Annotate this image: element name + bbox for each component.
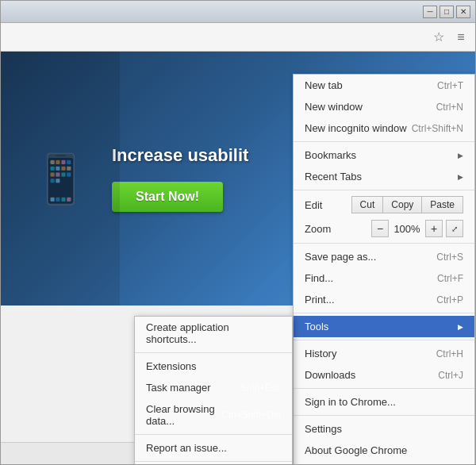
menu-separator-7 <box>294 415 474 416</box>
maximize-button[interactable]: □ <box>440 6 454 18</box>
menu-item-save-page-label: Save page as... <box>305 251 376 263</box>
submenu-item-task-manager-shortcut: Shift+Esc <box>240 382 281 394</box>
submenu-item-task-manager-label: Task manager <box>146 382 211 394</box>
menu-item-downloads-label: Downloads <box>305 369 355 381</box>
title-bar-buttons: ─ □ ✕ <box>423 6 470 18</box>
menu-item-new-tab-label: New tab <box>305 79 343 91</box>
paste-button[interactable]: Paste <box>421 196 463 213</box>
submenu-item-clear-browsing-label: Clear browsing data... <box>146 403 221 427</box>
menu-edit-row: Edit Cut Copy Paste <box>294 193 474 217</box>
menu-separator-3 <box>294 243 474 244</box>
submenu-separator-3 <box>135 461 292 462</box>
submenu-item-report-issue-label: Report an issue... <box>146 442 227 454</box>
minimize-button[interactable]: ─ <box>423 6 437 18</box>
menu-item-help[interactable]: Help <box>294 461 474 464</box>
menu-item-history[interactable]: History Ctrl+H <box>294 343 474 364</box>
submenu-item-clear-browsing[interactable]: Clear browsing data... Ctrl+Shift+Del <box>135 398 292 432</box>
menu-item-save-page[interactable]: Save page as... Ctrl+S <box>294 246 474 267</box>
menu-zoom-row: Zoom − 100% + ⤢ <box>294 217 474 240</box>
menu-separator-5 <box>294 340 474 340</box>
menu-item-recent-tabs-label: Recent Tabs <box>305 171 362 183</box>
menu-item-incognito[interactable]: New incognito window Ctrl+Shift+N <box>294 117 474 139</box>
submenu-item-create-shortcuts[interactable]: Create application shortcuts... <box>135 317 292 350</box>
menu-item-downloads-shortcut: Ctrl+J <box>438 370 463 381</box>
submenu-item-task-manager[interactable]: Task manager Shift+Esc <box>135 377 292 398</box>
submenu-item-extensions[interactable]: Extensions <box>135 355 292 377</box>
menu-item-sign-in[interactable]: Sign in to Chrome... <box>294 391 474 413</box>
tools-submenu: Create application shortcuts... Extensio… <box>134 316 293 464</box>
submenu-item-clear-browsing-shortcut: Ctrl+Shift+Del <box>221 409 281 421</box>
menu-item-find[interactable]: Find... Ctrl+F <box>294 267 474 289</box>
menu-item-new-window[interactable]: New window Ctrl+N <box>294 96 474 117</box>
menu-item-new-tab-shortcut: Ctrl+T <box>437 80 463 91</box>
menu-item-print-shortcut: Ctrl+P <box>436 294 463 306</box>
close-button[interactable]: ✕ <box>456 6 470 18</box>
submenu-item-report-issue[interactable]: Report an issue... <box>135 437 292 459</box>
menu-item-bookmarks-label: Bookmarks <box>305 149 356 161</box>
menu-item-incognito-shortcut: Ctrl+Shift+N <box>412 123 463 134</box>
start-now-button[interactable]: Start Now! <box>112 182 223 212</box>
menu-item-settings[interactable]: Settings <box>294 418 474 440</box>
zoom-value: 100% <box>392 223 422 235</box>
menu-item-print-label: Print... <box>305 294 335 306</box>
submenu-separator-1 <box>135 352 292 353</box>
menu-item-find-shortcut: Ctrl+F <box>437 273 463 284</box>
chrome-menu: New tab Ctrl+T New window Ctrl+N New inc… <box>293 74 475 464</box>
menu-item-tools[interactable]: Tools Create application shortcuts... Ex… <box>294 316 474 337</box>
hero-headline: Increase usabilit <box>112 145 248 166</box>
menu-item-bookmarks[interactable]: Bookmarks <box>294 144 474 166</box>
browser-window: ─ □ ✕ ☆ ≡ Support 📱 Increase usabilit St… <box>0 0 476 465</box>
browser-toolbar: ☆ ≡ <box>1 23 475 52</box>
menu-item-find-label: Find... <box>305 272 333 284</box>
submenu-item-create-shortcuts-label: Create application shortcuts... <box>146 321 281 345</box>
hero-decoration: 📱 <box>1 52 120 306</box>
submenu-item-extensions-label: Extensions <box>146 360 197 372</box>
cut-button[interactable]: Cut <box>351 196 383 213</box>
menu-item-tools-label: Tools <box>305 321 328 332</box>
menu-item-new-window-shortcut: Ctrl+N <box>436 102 463 113</box>
edit-label: Edit <box>305 199 351 211</box>
menu-item-incognito-label: New incognito window <box>305 122 407 134</box>
page-content: Support 📱 Increase usabilit Start Now! E… <box>1 52 475 464</box>
menu-item-about-label: About Google Chrome <box>305 444 407 456</box>
bookmark-icon[interactable]: ☆ <box>429 28 448 47</box>
menu-separator-4 <box>294 313 474 313</box>
menu-item-new-window-label: New window <box>305 101 363 113</box>
menu-item-sign-in-label: Sign in to Chrome... <box>305 396 396 408</box>
title-bar: ─ □ ✕ <box>1 1 475 23</box>
menu-item-recent-tabs[interactable]: Recent Tabs <box>294 166 474 187</box>
menu-item-save-page-shortcut: Ctrl+S <box>436 252 463 263</box>
zoom-out-button[interactable]: − <box>371 220 389 237</box>
copy-button[interactable]: Copy <box>382 196 421 213</box>
menu-item-downloads[interactable]: Downloads Ctrl+J <box>294 364 474 386</box>
menu-item-history-shortcut: Ctrl+H <box>436 348 463 359</box>
zoom-label: Zoom <box>305 223 368 235</box>
hero-content: Increase usabilit Start Now! <box>112 145 248 212</box>
menu-item-print[interactable]: Print... Ctrl+P <box>294 289 474 310</box>
menu-separator-2 <box>294 190 474 190</box>
menu-item-new-tab[interactable]: New tab Ctrl+T <box>294 75 474 96</box>
chrome-menu-icon[interactable]: ≡ <box>451 28 470 47</box>
menu-item-history-label: History <box>305 348 336 359</box>
menu-item-settings-label: Settings <box>305 423 342 435</box>
menu-separator-1 <box>294 141 474 142</box>
submenu-separator-2 <box>135 434 292 435</box>
zoom-fullscreen-button[interactable]: ⤢ <box>446 220 463 237</box>
zoom-in-button[interactable]: + <box>425 220 443 237</box>
menu-item-about[interactable]: About Google Chrome <box>294 440 474 461</box>
menu-separator-6 <box>294 388 474 389</box>
toolbar-icons: ☆ ≡ <box>429 28 470 47</box>
